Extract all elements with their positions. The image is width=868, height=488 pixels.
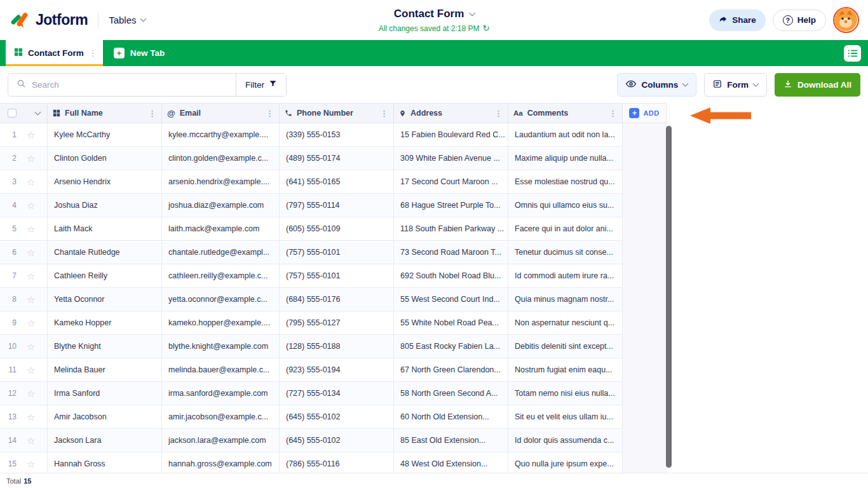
- table-row[interactable]: 8 ☆ Yetta Oconnor yetta.oconnor@example.…: [0, 288, 623, 311]
- table-row[interactable]: 12 ☆ Irma Sanford irma.sanford@example.c…: [0, 382, 623, 405]
- star-icon[interactable]: ☆: [27, 412, 35, 422]
- cell-phone[interactable]: (795) 555-0127: [280, 311, 394, 334]
- table-row[interactable]: 9 ☆ Kameko Hopper kameko.hopper@example.…: [0, 311, 623, 335]
- cell-phone[interactable]: (786) 555-0116: [280, 452, 394, 473]
- jotform-logo[interactable]: Jotform: [9, 9, 88, 31]
- cell-phone[interactable]: (727) 555-0134: [280, 382, 394, 405]
- share-button[interactable]: Share: [709, 10, 766, 31]
- table-row[interactable]: 4 ☆ Joshua Diaz joshua.diaz@example.com …: [0, 194, 623, 217]
- cell-comments[interactable]: Quia minus magnam nostr...: [508, 288, 623, 311]
- cell-full-name[interactable]: Clinton Golden: [48, 147, 162, 170]
- download-all-button[interactable]: Download All: [775, 73, 860, 97]
- add-column-button[interactable]: + ADD: [623, 104, 667, 123]
- form-title-menu[interactable]: Contact Form: [379, 8, 490, 20]
- star-icon[interactable]: ☆: [27, 201, 35, 210]
- column-header-address[interactable]: Address ⋮: [394, 104, 508, 123]
- cell-address[interactable]: 60 North Old Extension...: [394, 405, 508, 428]
- cell-full-name[interactable]: Hannah Gross: [48, 452, 162, 473]
- column-header-phone[interactable]: Phone Number ⋮: [280, 104, 394, 123]
- column-menu-kebab[interactable]: ⋮: [266, 109, 274, 118]
- table-row[interactable]: 15 ☆ Hannah Gross hannah.gross@example.c…: [0, 452, 623, 473]
- cell-email[interactable]: chantale.rutledge@exampl...: [162, 241, 280, 264]
- cell-email[interactable]: arsenio.hendrix@example....: [162, 170, 280, 193]
- cell-email[interactable]: amir.jacobson@example.c...: [162, 405, 280, 428]
- cell-comments[interactable]: Id dolor quis assumenda c...: [508, 429, 623, 452]
- cell-address[interactable]: 67 North Green Clarendon...: [394, 358, 508, 381]
- cell-email[interactable]: irma.sanford@example.com: [162, 382, 280, 405]
- cell-phone[interactable]: (605) 555-0109: [280, 217, 394, 240]
- cell-comments[interactable]: Id commodi autem irure ra...: [508, 264, 623, 287]
- cell-full-name[interactable]: Cathleen Reilly: [48, 264, 162, 287]
- table-row[interactable]: 10 ☆ Blythe Knight blythe.knight@example…: [0, 335, 623, 358]
- cell-address[interactable]: 55 White Nobel Road Pea...: [394, 311, 508, 334]
- cell-full-name[interactable]: Chantale Rutledge: [48, 241, 162, 264]
- cell-comments[interactable]: Nostrum fugiat enim eaqu...: [508, 358, 623, 381]
- cell-address[interactable]: 15 Fabien Boulevard Red C...: [394, 123, 508, 146]
- cell-address[interactable]: 309 White Fabien Avenue ...: [394, 147, 508, 170]
- form-button[interactable]: Form: [704, 73, 767, 97]
- tab-menu-kebab[interactable]: ⋮: [89, 49, 97, 57]
- cell-email[interactable]: yetta.oconnor@example.c...: [162, 288, 280, 311]
- star-icon[interactable]: ☆: [27, 459, 35, 469]
- columns-button[interactable]: Columns: [617, 73, 696, 97]
- table-row[interactable]: 13 ☆ Amir Jacobson amir.jacobson@example…: [0, 405, 623, 429]
- star-icon[interactable]: ☆: [27, 248, 35, 257]
- cell-full-name[interactable]: Kylee McCarthy: [48, 123, 162, 146]
- cell-phone[interactable]: (339) 555-0153: [280, 123, 394, 146]
- table-row[interactable]: 3 ☆ Arsenio Hendrix arsenio.hendrix@exam…: [0, 170, 623, 194]
- cell-address[interactable]: 73 Second Road Maroon T...: [394, 241, 508, 264]
- avatar[interactable]: [833, 7, 859, 33]
- cell-email[interactable]: jackson.lara@example.com: [162, 429, 280, 452]
- star-icon[interactable]: ☆: [27, 224, 35, 234]
- cell-comments[interactable]: Facere qui in aut dolor ani...: [508, 217, 623, 240]
- table-row[interactable]: 7 ☆ Cathleen Reilly cathleen.reilly@exam…: [0, 264, 623, 288]
- cell-email[interactable]: joshua.diaz@example.com: [162, 194, 280, 217]
- filter-button[interactable]: Filter: [236, 74, 286, 96]
- table-row[interactable]: 2 ☆ Clinton Golden clinton.golden@exampl…: [0, 147, 623, 170]
- cell-comments[interactable]: Tenetur ducimus sit conse...: [508, 241, 623, 264]
- cell-phone[interactable]: (684) 555-0176: [280, 288, 394, 311]
- cell-full-name[interactable]: Yetta Oconnor: [48, 288, 162, 311]
- cell-full-name[interactable]: Jackson Lara: [48, 429, 162, 452]
- tab-contact-form[interactable]: Contact Form ⋮: [6, 40, 103, 66]
- star-icon[interactable]: ☆: [27, 365, 35, 375]
- star-icon[interactable]: ☆: [27, 295, 35, 304]
- chevron-down-icon[interactable]: [35, 109, 41, 115]
- cell-address[interactable]: 692 South Nobel Road Blu...: [394, 264, 508, 287]
- cell-full-name[interactable]: Blythe Knight: [48, 335, 162, 358]
- star-icon[interactable]: ☆: [27, 436, 35, 445]
- select-all-checkbox[interactable]: [8, 109, 17, 118]
- cell-comments[interactable]: Sit eu et velit eius ullam iu...: [508, 405, 623, 428]
- cell-email[interactable]: clinton.golden@example.c...: [162, 147, 280, 170]
- star-icon[interactable]: ☆: [27, 154, 35, 163]
- cell-comments[interactable]: Esse molestiae nostrud qu...: [508, 170, 623, 193]
- star-icon[interactable]: ☆: [27, 177, 35, 187]
- vertical-scrollbar[interactable]: [666, 126, 672, 468]
- cell-full-name[interactable]: Irma Sanford: [48, 382, 162, 405]
- column-menu-kebab[interactable]: ⋮: [380, 109, 388, 118]
- cell-address[interactable]: 58 North Green Second A...: [394, 382, 508, 405]
- cell-phone[interactable]: (797) 555-0114: [280, 194, 394, 217]
- column-header-email[interactable]: @ Email ⋮: [162, 104, 280, 123]
- cell-full-name[interactable]: Joshua Diaz: [48, 194, 162, 217]
- cell-comments[interactable]: Maxime aliquip unde nulla...: [508, 147, 623, 170]
- column-menu-kebab[interactable]: ⋮: [494, 109, 503, 118]
- column-menu-kebab[interactable]: ⋮: [148, 109, 156, 118]
- cell-phone[interactable]: (757) 555-0101: [280, 241, 394, 264]
- table-row[interactable]: 1 ☆ Kylee McCarthy kylee.mccarthy@exampl…: [0, 123, 623, 147]
- cell-full-name[interactable]: Kameko Hopper: [48, 311, 162, 334]
- cell-email[interactable]: blythe.knight@example.com: [162, 335, 280, 358]
- cell-email[interactable]: melinda.bauer@example.c...: [162, 358, 280, 381]
- cell-phone[interactable]: (923) 555-0194: [280, 358, 394, 381]
- cell-full-name[interactable]: Laith Mack: [48, 217, 162, 240]
- star-icon[interactable]: ☆: [27, 271, 35, 281]
- cell-full-name[interactable]: Melinda Bauer: [48, 358, 162, 381]
- cell-comments[interactable]: Omnis qui ullamco eius su...: [508, 194, 623, 217]
- cell-phone[interactable]: (489) 555-0174: [280, 147, 394, 170]
- cell-phone[interactable]: (128) 555-0188: [280, 335, 394, 358]
- cell-address[interactable]: 48 West Old Extension...: [394, 452, 508, 473]
- cell-phone[interactable]: (641) 555-0165: [280, 170, 394, 193]
- cell-address[interactable]: 17 Second Court Maroon ...: [394, 170, 508, 193]
- cell-comments[interactable]: Debitis deleniti sint except...: [508, 335, 623, 358]
- help-button[interactable]: ? Help: [773, 10, 826, 31]
